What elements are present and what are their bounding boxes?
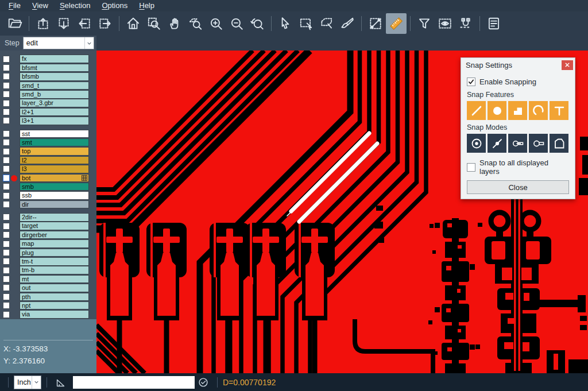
layer-row-smd_t[interactable]: smd_t bbox=[0, 81, 96, 90]
layer-visibility-checkbox[interactable] bbox=[3, 276, 10, 282]
layer-row-mt[interactable]: mt bbox=[0, 274, 96, 283]
layer-visibility-checkbox[interactable] bbox=[3, 311, 10, 318]
layer-visibility-checkbox[interactable] bbox=[3, 258, 10, 265]
layer-row-dirgerber[interactable]: dirgerber bbox=[0, 230, 96, 239]
layer-visibility-checkbox[interactable] bbox=[3, 91, 10, 98]
layer-row-pth[interactable]: pth bbox=[0, 292, 96, 301]
layer-visibility-checkbox[interactable] bbox=[3, 214, 10, 220]
tool-zoom-previous-button[interactable] bbox=[247, 13, 268, 34]
layer-row-sst[interactable]: sst bbox=[0, 129, 96, 138]
snap-mode-center-button[interactable] bbox=[467, 134, 486, 153]
snap-feature-text-button[interactable] bbox=[550, 101, 568, 120]
layer-row-dir[interactable]: dir bbox=[0, 200, 96, 208]
menu-file[interactable]: File bbox=[3, 0, 26, 11]
layer-row-top[interactable]: top bbox=[0, 147, 96, 156]
snap-mode-midpoint-button[interactable] bbox=[488, 134, 506, 153]
tool-zoom-window-button[interactable] bbox=[144, 13, 164, 34]
layer-visibility-checkbox[interactable] bbox=[3, 223, 10, 230]
tool-view-options-button[interactable] bbox=[435, 13, 455, 34]
layer-row-out[interactable]: out bbox=[0, 284, 96, 292]
layer-row-smd_b[interactable]: smd_b bbox=[0, 90, 96, 99]
layer-row-tm-t[interactable]: tm-t bbox=[0, 257, 96, 266]
layer-row-plug[interactable]: plug bbox=[0, 248, 96, 257]
tool-measure-ruler-button[interactable] bbox=[386, 13, 407, 34]
close-button[interactable]: Close bbox=[467, 180, 569, 194]
layer-visibility-checkbox[interactable] bbox=[3, 201, 10, 208]
snap-feature-pad-button[interactable] bbox=[488, 101, 506, 120]
menu-help[interactable]: Help bbox=[134, 0, 160, 11]
layer-visibility-checkbox[interactable] bbox=[3, 82, 10, 89]
snap-feature-line-button[interactable] bbox=[467, 101, 486, 120]
tool-zoom-out-button[interactable] bbox=[226, 13, 247, 34]
layer-visibility-checkbox[interactable] bbox=[3, 130, 10, 137]
menu-options[interactable]: Options bbox=[96, 0, 133, 11]
layer-visibility-checkbox[interactable] bbox=[3, 231, 10, 238]
layer-visibility-checkbox[interactable] bbox=[3, 56, 10, 63]
layer-visibility-checkbox[interactable] bbox=[3, 241, 10, 247]
tool-select-button[interactable] bbox=[275, 13, 296, 34]
layer-row-fx[interactable]: fx bbox=[0, 55, 96, 63]
layer-row-via[interactable]: via bbox=[0, 310, 96, 319]
tool-paint-button[interactable] bbox=[337, 13, 358, 34]
angle-measure-icon[interactable] bbox=[55, 376, 67, 389]
layer-visibility-checkbox[interactable] bbox=[3, 139, 10, 146]
tool-shift-right-button[interactable] bbox=[95, 13, 115, 34]
layer-visibility-checkbox[interactable] bbox=[3, 284, 10, 291]
tool-pan-button[interactable] bbox=[164, 13, 185, 34]
layer-visibility-checkbox[interactable] bbox=[3, 267, 10, 274]
dialog-close-button[interactable] bbox=[562, 60, 573, 70]
snap-mode-vertex-button[interactable] bbox=[550, 134, 568, 153]
refresh-check-icon[interactable] bbox=[197, 376, 210, 389]
layer-row-bfsmb[interactable]: bfsmb bbox=[0, 72, 96, 81]
layer-row-ssb[interactable]: ssb bbox=[0, 191, 96, 200]
tool-shift-left-button[interactable] bbox=[74, 13, 95, 34]
menu-selection[interactable]: Selection bbox=[55, 0, 95, 11]
layer-visibility-checkbox[interactable] bbox=[3, 165, 10, 172]
tool-select-polygon-button[interactable] bbox=[316, 13, 337, 34]
tool-select-rectangle-button[interactable] bbox=[296, 13, 316, 34]
tool-home-button[interactable] bbox=[123, 13, 144, 34]
layer-row-l2[interactable]: l2 bbox=[0, 156, 96, 164]
layer-row-layer_3.gbr[interactable]: layer_3.gbr bbox=[0, 99, 96, 107]
layer-row-npt[interactable]: npt bbox=[0, 301, 96, 310]
tool-report-button[interactable] bbox=[483, 13, 504, 34]
layer-visibility-checkbox[interactable] bbox=[3, 183, 10, 190]
tool-snap-button[interactable] bbox=[455, 13, 476, 34]
dialog-title-bar[interactable]: Snap Settings bbox=[461, 58, 575, 72]
layer-visibility-checkbox[interactable] bbox=[3, 249, 10, 256]
layer-row-bfsmt[interactable]: bfsmt bbox=[0, 63, 96, 72]
snap-mode-centerline-button[interactable] bbox=[508, 134, 527, 153]
layer-visibility-checkbox[interactable] bbox=[3, 175, 10, 181]
layer-row-target[interactable]: target bbox=[0, 222, 96, 230]
tool-zoom-object-button[interactable] bbox=[185, 13, 206, 34]
tool-open-file-button[interactable] bbox=[5, 13, 25, 34]
layer-row-tm-b[interactable]: tm-b bbox=[0, 266, 96, 274]
layer-row-l3+1[interactable]: l3+1 bbox=[0, 117, 96, 125]
snap-feature-surface-button[interactable] bbox=[508, 101, 527, 120]
layer-visibility-checkbox[interactable] bbox=[3, 117, 10, 124]
layer-visibility-checkbox[interactable] bbox=[3, 302, 10, 309]
tool-shift-down-button[interactable] bbox=[53, 13, 74, 34]
layer-visibility-checkbox[interactable] bbox=[3, 192, 10, 199]
step-dropdown[interactable]: edit bbox=[23, 37, 94, 49]
layer-visibility-checkbox[interactable] bbox=[3, 148, 10, 155]
snap-feature-arc-button[interactable] bbox=[529, 101, 548, 120]
layer-visibility-checkbox[interactable] bbox=[3, 109, 10, 115]
layer-visibility-checkbox[interactable] bbox=[3, 157, 10, 164]
layer-row-l2+1[interactable]: l2+1 bbox=[0, 107, 96, 116]
layer-row-smb[interactable]: smb bbox=[0, 182, 96, 191]
layer-visibility-checkbox[interactable] bbox=[3, 293, 10, 300]
layer-row-bot[interactable]: bot bbox=[0, 173, 96, 182]
tool-zoom-in-button[interactable] bbox=[206, 13, 226, 34]
layer-visibility-checkbox[interactable] bbox=[3, 64, 10, 71]
layer-row-smt[interactable]: smt bbox=[0, 138, 96, 147]
layer-visibility-checkbox[interactable] bbox=[3, 73, 10, 80]
snap-mode-outline-button[interactable] bbox=[529, 134, 548, 153]
menu-view[interactable]: View bbox=[27, 0, 53, 11]
tool-measure-line-button[interactable] bbox=[365, 13, 386, 34]
tool-filter-button[interactable] bbox=[414, 13, 435, 34]
enable-snapping-checkbox[interactable] bbox=[467, 78, 475, 86]
layer-row-map[interactable]: map bbox=[0, 239, 96, 248]
tool-shift-up-button[interactable] bbox=[33, 13, 53, 34]
measure-input[interactable] bbox=[73, 376, 195, 389]
